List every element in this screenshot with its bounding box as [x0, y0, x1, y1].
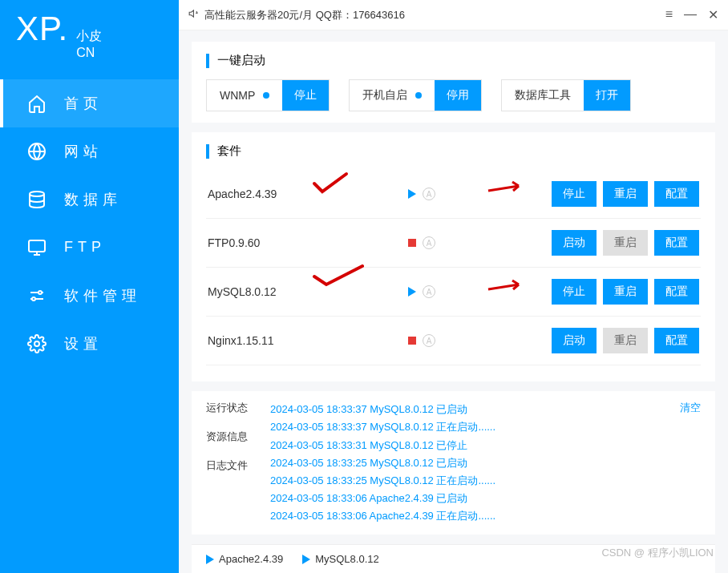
stop-icon — [408, 239, 416, 247]
log-tab-1[interactable]: 资源信息 — [206, 430, 270, 444]
status-dot-icon — [415, 92, 422, 99]
suite-重启-button[interactable]: 重启 — [603, 328, 648, 353]
quick-box-2: 数据库工具 打开 — [501, 79, 631, 111]
nav-software[interactable]: 软件管理 — [0, 272, 179, 320]
svg-point-1 — [30, 192, 44, 196]
window-controls: ≡ — ✕ — [665, 7, 718, 22]
logs-panel: 运行状态资源信息日志文件 2024-03-05 18:33:37 MySQL8.… — [192, 391, 715, 535]
nav-settings[interactable]: 设置 — [0, 320, 179, 368]
log-line: 2024-03-05 18:33:25 MySQL8.0.12 已启动 — [270, 454, 680, 472]
menu-icon[interactable]: ≡ — [665, 7, 673, 22]
log-line: 2024-03-05 18:33:37 MySQL8.0.12 正在启动....… — [270, 418, 680, 436]
nav-label: 首页 — [64, 94, 103, 113]
suite-status: A — [408, 285, 552, 298]
nav-label: 网站 — [64, 142, 103, 161]
database-icon — [27, 190, 47, 209]
suite-name: Apache2.4.39 — [208, 188, 408, 200]
suite-panel: 套件 Apache2.4.39 A 停止重启配置 FTP0.9.60 A 启动重… — [192, 132, 715, 381]
main: 高性能云服务器20元/月 QQ群：176643616 ≡ — ✕ 一键启动 WN… — [179, 0, 728, 573]
nav-label: FTP — [64, 239, 106, 256]
suite-name: FTP0.9.60 — [208, 236, 408, 249]
nav-ftp[interactable]: FTP — [0, 224, 179, 272]
clear-logs-button[interactable]: 清空 — [680, 401, 701, 525]
close-icon[interactable]: ✕ — [708, 7, 718, 22]
suite-重启-button[interactable]: 重启 — [603, 181, 648, 207]
log-line: 2024-03-05 18:33:37 MySQL8.0.12 已启动 — [270, 401, 680, 418]
log-lines: 2024-03-05 18:33:37 MySQL8.0.12 已启动2024-… — [270, 401, 680, 525]
suite-row-0: Apache2.4.39 A 停止重启配置 — [206, 170, 701, 219]
suite-row-1: FTP0.9.60 A 启动重启配置 — [206, 219, 701, 268]
suite-status: A — [408, 188, 552, 200]
suite-配置-button[interactable]: 配置 — [654, 230, 699, 256]
nav-home[interactable]: 首页 — [0, 79, 179, 127]
speaker-icon — [188, 8, 200, 22]
suite-status: A — [408, 334, 552, 347]
auto-icon: A — [423, 188, 435, 200]
play-icon — [408, 287, 416, 297]
nav-database[interactable]: 数据库 — [0, 176, 179, 224]
quickstart-title: 一键启动 — [206, 53, 701, 68]
auto-icon: A — [423, 236, 435, 249]
watermark: CSDN @ 程序小凯LION — [601, 546, 714, 560]
log-tab-0[interactable]: 运行状态 — [206, 401, 270, 415]
suite-配置-button[interactable]: 配置 — [654, 181, 699, 207]
svg-point-4 — [32, 297, 35, 301]
suite-停止-button[interactable]: 停止 — [552, 279, 597, 305]
announce: 高性能云服务器20元/月 QQ群：176643616 — [188, 8, 665, 22]
suite-配置-button[interactable]: 配置 — [654, 328, 699, 353]
svg-rect-2 — [29, 240, 45, 252]
quick-box-1: 开机自启 停用 — [349, 79, 482, 111]
suite-actions: 停止重启配置 — [552, 279, 699, 305]
log-line: 2024-03-05 18:33:31 MySQL8.0.12 已停止 — [270, 437, 680, 454]
announce-text: 高性能云服务器20元/月 QQ群：176643616 — [204, 8, 405, 22]
stop-icon — [408, 337, 416, 345]
status-running-item: MySQL8.0.12 — [302, 553, 379, 565]
nav-label: 软件管理 — [64, 286, 141, 305]
suite-启动-button[interactable]: 启动 — [552, 328, 597, 353]
suite-title: 套件 — [206, 143, 701, 159]
suite-重启-button[interactable]: 重启 — [603, 279, 648, 305]
sidebar: XP. 小皮CN 首页 网站 数据库 FTP 软件管理 设置 — [0, 0, 179, 573]
sliders-icon — [27, 286, 47, 305]
suite-启动-button[interactable]: 启动 — [552, 230, 597, 256]
log-tab-2[interactable]: 日志文件 — [206, 458, 270, 473]
logo-cn: 小皮CN — [76, 28, 102, 62]
minimize-icon[interactable]: — — [684, 7, 697, 22]
quick-button-2[interactable]: 打开 — [584, 80, 630, 111]
quick-label: 开机自启 — [350, 88, 435, 103]
globe-icon — [27, 142, 47, 161]
quick-box-0: WNMP 停止 — [206, 79, 330, 111]
svg-point-3 — [38, 291, 42, 294]
quick-label: 数据库工具 — [502, 88, 584, 103]
nav-label: 设置 — [64, 334, 103, 353]
suite-重启-button[interactable]: 重启 — [603, 230, 648, 256]
suite-status: A — [408, 236, 552, 249]
play-icon — [408, 189, 416, 199]
log-line: 2024-03-05 18:33:06 Apache2.4.39 已启动 — [270, 490, 680, 507]
log-line: 2024-03-05 18:33:25 MySQL8.0.12 正在启动....… — [270, 472, 680, 490]
play-icon — [302, 555, 310, 564]
suite-停止-button[interactable]: 停止 — [552, 181, 597, 207]
suite-row-2: MySQL8.0.12 A 停止重启配置 — [206, 268, 701, 317]
auto-icon: A — [423, 285, 435, 298]
suite-配置-button[interactable]: 配置 — [654, 279, 699, 305]
gear-icon — [27, 334, 47, 353]
suite-row-3: Nginx1.15.11 A 启动重启配置 — [206, 317, 701, 365]
quick-button-0[interactable]: 停止 — [282, 80, 329, 111]
logo: XP. 小皮CN — [0, 0, 179, 79]
auto-icon: A — [423, 334, 435, 347]
quick-button-1[interactable]: 停用 — [435, 80, 481, 111]
logo-xp: XP. — [16, 10, 68, 48]
suite-actions: 启动重启配置 — [552, 328, 699, 353]
log-tabs: 运行状态资源信息日志文件 — [206, 401, 270, 525]
suite-actions: 停止重启配置 — [552, 181, 699, 207]
monitor-icon — [27, 238, 47, 257]
suite-name: Nginx1.15.11 — [208, 334, 408, 347]
status-running-item: Apache2.4.39 — [206, 553, 283, 565]
play-icon — [206, 555, 214, 564]
suite-actions: 启动重启配置 — [552, 230, 699, 256]
titlebar: 高性能云服务器20元/月 QQ群：176643616 ≡ — ✕ — [179, 0, 728, 30]
quickstart-panel: 一键启动 WNMP 停止 开机自启 停用 数据库工具 打开 — [192, 42, 715, 123]
nav-label: 数据库 — [64, 190, 122, 209]
nav-website[interactable]: 网站 — [0, 127, 179, 176]
